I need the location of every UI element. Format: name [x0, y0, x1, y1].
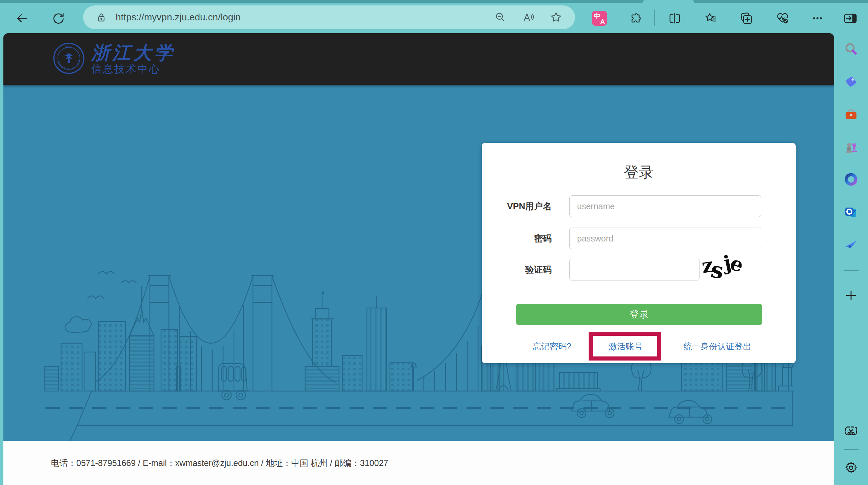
- sidebar-item-shopping[interactable]: [843, 74, 859, 91]
- username-label: VPN用户名: [482, 195, 552, 217]
- login-submit-button[interactable]: 登录: [516, 304, 762, 325]
- forgot-password-link[interactable]: 忘记密码?: [533, 341, 571, 352]
- refresh-button[interactable]: [51, 11, 66, 26]
- sidebar-divider: [844, 270, 859, 271]
- refresh-icon: [52, 12, 65, 25]
- sidebar-item-games[interactable]: [843, 140, 859, 156]
- sidebar-settings-button[interactable]: [843, 460, 859, 477]
- sidebar-toggle-button[interactable]: [843, 11, 858, 26]
- webpage: 1897 ZHEJIANG UNIVERSITY 浙江大学 信息技术中心: [3, 33, 834, 485]
- site-footer: 电话：0571-87951669 / E-mail：xwmaster@zju.e…: [3, 441, 834, 485]
- sidebar-divider: [844, 449, 859, 450]
- captcha-image[interactable]: zsje: [702, 252, 749, 285]
- shopping-tag-icon: [844, 75, 858, 90]
- microsoft-365-icon: [844, 172, 858, 188]
- url-text[interactable]: https://myvpn.zju.edu.cn/login: [116, 12, 479, 23]
- favorite-star-icon[interactable]: [549, 11, 563, 24]
- site-header: 1897 ZHEJIANG UNIVERSITY 浙江大学 信息技术中心: [3, 33, 834, 85]
- active-tab-bottom[interactable]: [643, 0, 694, 3]
- favorites-hub-button[interactable]: [703, 11, 718, 26]
- ellipsis-icon: [811, 12, 824, 25]
- gear-icon: [844, 461, 858, 476]
- zju-seal-logo: 1897 ZHEJIANG UNIVERSITY: [53, 42, 85, 76]
- zoom-out-icon[interactable]: [494, 11, 507, 24]
- favorites-hub-icon: [704, 12, 717, 25]
- read-aloud-icon[interactable]: [521, 11, 535, 24]
- site-body: 登录 VPN用户名 密码 验证码 zsje 登录 忘记密码? 激活账号 统一身份…: [3, 85, 834, 441]
- chess-games-icon: [844, 140, 858, 156]
- login-title: 登录: [482, 162, 796, 182]
- sso-logout-link[interactable]: 统一身份认证登出: [684, 341, 751, 352]
- collections-button[interactable]: [739, 11, 754, 26]
- site-lock-icon[interactable]: [95, 11, 108, 24]
- department-name: 信息技术中心: [91, 63, 175, 75]
- back-button[interactable]: [15, 11, 29, 26]
- settings-menu-button[interactable]: [810, 11, 825, 26]
- captcha-label: 验证码: [482, 259, 552, 280]
- password-label: 密码: [482, 228, 552, 249]
- extensions-puzzle-icon: [628, 12, 642, 25]
- sidebar-item-drop[interactable]: [843, 237, 859, 253]
- username-input[interactable]: [569, 195, 761, 217]
- search-icon: [844, 42, 858, 58]
- collections-icon: [739, 12, 753, 25]
- web-capture-icon: [844, 424, 858, 439]
- activate-account-link[interactable]: 激活账号: [609, 341, 643, 352]
- browser-essentials-button[interactable]: [775, 11, 790, 26]
- sidebar-toggle-icon: [843, 12, 858, 25]
- back-icon: [16, 12, 28, 25]
- toolbar-divider: [654, 9, 655, 26]
- address-bar[interactable]: https://myvpn.zju.edu.cn/login: [83, 5, 575, 29]
- sidebar-item-microsoft-365[interactable]: [843, 172, 859, 188]
- toolbox-icon: [844, 108, 858, 123]
- plus-icon: [844, 289, 858, 304]
- outlook-icon: [844, 205, 858, 220]
- paper-plane-icon: [844, 237, 858, 253]
- footer-contact-text: 电话：0571-87951669 / E-mail：xwmaster@zju.e…: [51, 458, 388, 469]
- sidebar-item-tools[interactable]: [843, 107, 859, 123]
- password-input[interactable]: [569, 228, 761, 249]
- university-name: 浙江大学: [91, 43, 175, 63]
- browser-essentials-icon: [776, 12, 789, 25]
- split-screen-icon: [668, 12, 682, 25]
- web-capture-button[interactable]: [843, 423, 859, 440]
- window-top-strip: [0, 0, 868, 3]
- extensions-button[interactable]: [628, 11, 643, 26]
- captcha-input[interactable]: [569, 259, 700, 280]
- login-card: 登录 VPN用户名 密码 验证码 zsje 登录 忘记密码? 激活账号 统一身份…: [482, 143, 796, 363]
- sidebar-item-search[interactable]: [843, 42, 859, 58]
- split-screen-button[interactable]: [667, 11, 682, 26]
- translate-icon: 中 A: [592, 11, 607, 26]
- translate-extension-button[interactable]: 中 A: [592, 11, 607, 26]
- sidebar-item-outlook[interactable]: [843, 205, 859, 221]
- seal-eagle: [65, 53, 73, 63]
- browser-toolbar: https://myvpn.zju.edu.cn/login 中 A: [0, 3, 868, 33]
- sidebar-customize-button[interactable]: [843, 288, 859, 304]
